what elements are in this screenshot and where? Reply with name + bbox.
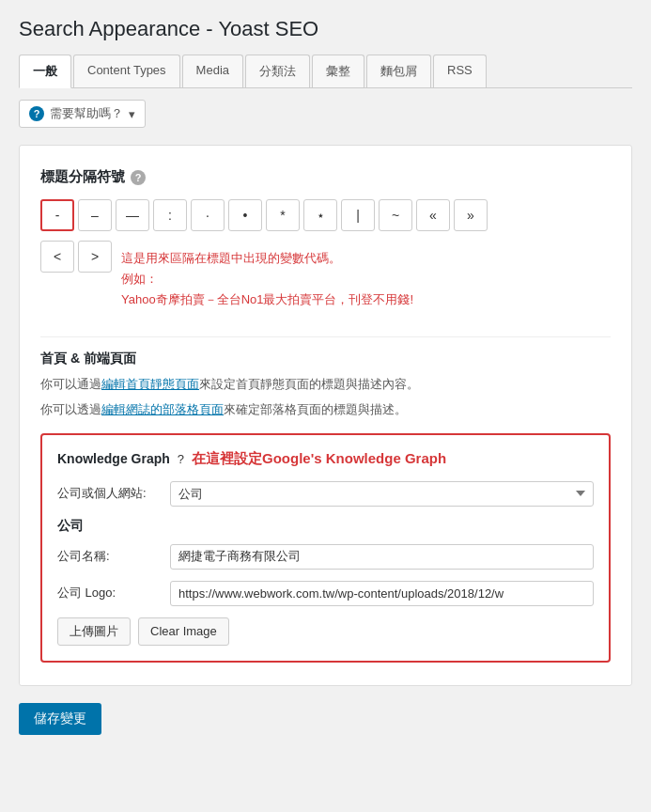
help-button-label: 需要幫助嗎？: [50, 105, 123, 122]
sep-btn-pipe[interactable]: |: [341, 199, 375, 231]
main-card: 標題分隔符號 ? - – — : · • * ⋆ | ~ « » < > 這是用…: [19, 145, 632, 686]
homepage-link1-anchor[interactable]: 編輯首頁靜態頁面: [101, 377, 199, 391]
sep-btn-tilde[interactable]: ~: [379, 199, 412, 231]
tab-media[interactable]: Media: [182, 55, 243, 87]
knowledge-graph-help-icon[interactable]: ?: [178, 452, 184, 466]
company-name-label: 公司名稱:: [57, 548, 170, 565]
sep-btn-asterisk[interactable]: *: [266, 199, 300, 231]
page-title: Search Appearance - Yoast SEO: [19, 17, 632, 41]
homepage-link2-anchor[interactable]: 編輯網誌的部落格頁面: [101, 402, 224, 416]
homepage-section: 首頁 & 前端頁面 你可以通過編輯首頁靜態頁面來設定首頁靜態頁面的標題與描述內容…: [40, 351, 611, 420]
company-subsection: 公司 公司名稱: 公司 Logo: 上傳圖片 Clear Image: [57, 518, 594, 646]
company-logo-input[interactable]: [170, 581, 594, 606]
sep-btn-star[interactable]: ⋆: [303, 199, 337, 231]
help-bar: ? 需要幫助嗎？ ▾: [19, 100, 632, 128]
tab-rss[interactable]: RSS: [433, 55, 487, 87]
tab-breadcrumbs[interactable]: 麵包屑: [366, 55, 431, 87]
homepage-section-title: 首頁 & 前端頁面: [40, 351, 611, 367]
company-name-input[interactable]: [170, 544, 594, 570]
sep-btn-emdash[interactable]: —: [116, 199, 149, 231]
homepage-link2: 你可以透過編輯網誌的部落格頁面來確定部落格頁面的標題與描述。: [40, 400, 611, 420]
tab-content-types[interactable]: Content Types: [73, 55, 180, 87]
sep-btn-endash[interactable]: –: [78, 199, 112, 231]
company-logo-row: 公司 Logo:: [57, 581, 594, 606]
homepage-link1: 你可以通過編輯首頁靜態頁面來設定首頁靜態頁面的標題與描述內容。: [40, 375, 611, 395]
save-button-row: 儲存變更: [19, 703, 632, 735]
sep-btn-raquo[interactable]: »: [454, 199, 488, 231]
chevron-down-icon: ▾: [129, 107, 135, 121]
knowledge-graph-header: Knowledge Graph ? 在這裡設定Google's Knowledg…: [57, 450, 594, 468]
sep-btn-lt[interactable]: <: [40, 241, 74, 273]
knowledge-graph-label: 在這裡設定Google's Knowledge Graph: [192, 450, 446, 468]
tab-general[interactable]: 一般: [19, 55, 71, 88]
tab-archives[interactable]: 彙整: [312, 55, 364, 87]
separator-buttons-row2: < > 這是用來區隔在標題中出現的變數代碼。 例如： Yahoo奇摩拍賣－全台N…: [40, 241, 611, 323]
separator-buttons: - – — : · • * ⋆ | ~ « »: [40, 199, 611, 231]
separator-section-title: 標題分隔符號 ?: [40, 168, 611, 186]
sep-btn-gt[interactable]: >: [78, 241, 112, 273]
sep-btn-colon[interactable]: :: [153, 199, 187, 231]
sep-btn-middot[interactable]: ·: [191, 199, 225, 231]
company-logo-label: 公司 Logo:: [57, 585, 170, 601]
sep-btn-bullet[interactable]: •: [228, 199, 262, 231]
company-logo-control: [170, 581, 594, 606]
save-button[interactable]: 儲存變更: [19, 703, 101, 735]
person-company-label: 公司或個人網站:: [57, 485, 170, 502]
company-section-title: 公司: [57, 518, 594, 535]
person-company-control: 公司 個人: [170, 481, 594, 507]
person-company-select[interactable]: 公司 個人: [170, 481, 594, 507]
help-button[interactable]: ? 需要幫助嗎？ ▾: [19, 100, 146, 128]
logo-button-row: 上傳圖片 Clear Image: [57, 617, 594, 646]
help-icon: ?: [29, 106, 44, 121]
upload-image-button[interactable]: 上傳圖片: [57, 617, 131, 646]
clear-image-button[interactable]: Clear Image: [138, 617, 229, 646]
separator-help-icon[interactable]: ?: [131, 170, 146, 185]
tab-bar: 一般 Content Types Media 分類法 彙整 麵包屑 RSS: [19, 55, 632, 88]
separator-section: 標題分隔符號 ? - – — : · • * ⋆ | ~ « » < > 這是用…: [40, 168, 611, 323]
knowledge-graph-title: Knowledge Graph: [57, 451, 170, 466]
separator-info-text: 這是用來區隔在標題中出現的變數代碼。 例如： Yahoo奇摩拍賣－全台No1最大…: [121, 248, 413, 310]
sep-btn-dash[interactable]: -: [40, 199, 74, 231]
person-company-row: 公司或個人網站: 公司 個人: [57, 481, 594, 507]
knowledge-graph-card: Knowledge Graph ? 在這裡設定Google's Knowledg…: [40, 433, 611, 663]
company-name-control: [170, 544, 594, 570]
sep-btn-laquo[interactable]: «: [416, 199, 450, 231]
tab-taxonomy[interactable]: 分類法: [245, 55, 310, 87]
company-name-row: 公司名稱:: [57, 544, 594, 570]
